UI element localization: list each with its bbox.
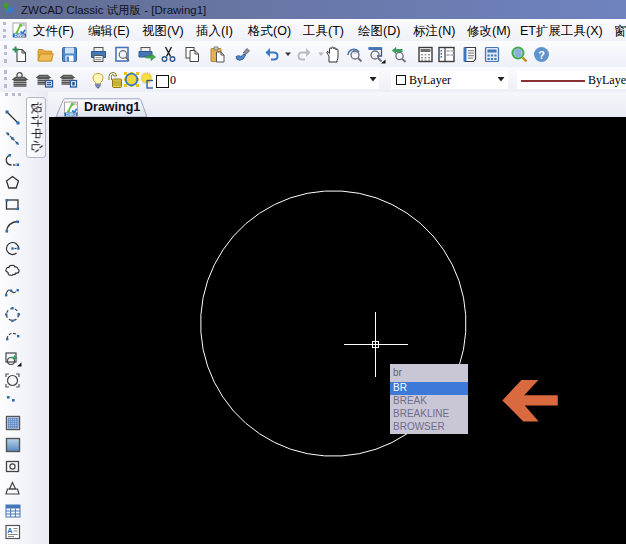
svg-text:DWG: DWG [14,33,24,38]
svg-text:?: ? [538,49,545,61]
svg-text:DWG: DWG [66,112,76,117]
svg-text:A: A [7,526,13,535]
